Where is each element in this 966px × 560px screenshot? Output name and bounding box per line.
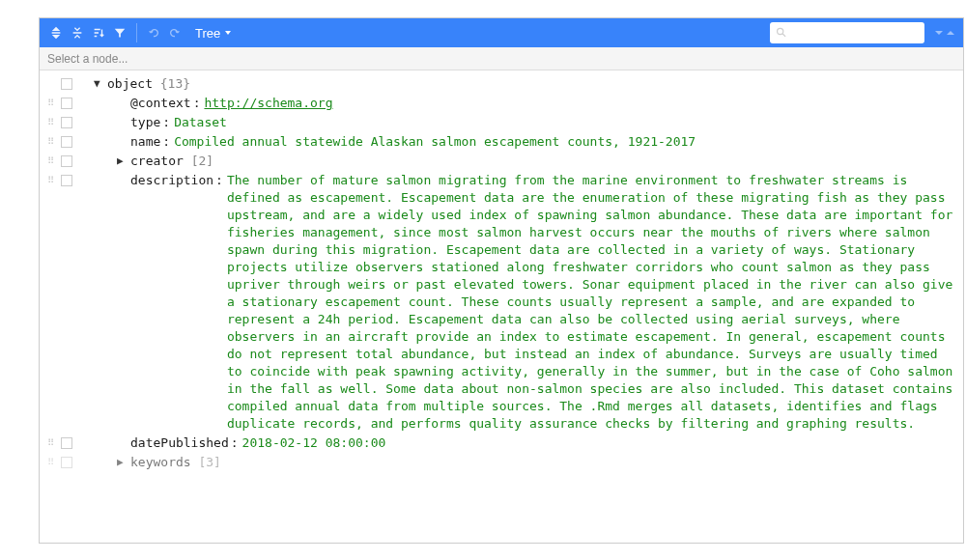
chevron-down-icon — [224, 29, 232, 37]
node-key[interactable]: @context — [130, 95, 191, 112]
context-menu-icon[interactable] — [61, 136, 72, 148]
node-key[interactable]: creator — [130, 153, 184, 170]
node-type[interactable]: ⠿ type : Dataset — [40, 113, 963, 132]
drag-handle[interactable]: ⠿ — [47, 454, 59, 471]
redo-icon[interactable] — [166, 24, 184, 42]
expand-toggle[interactable]: ▶ — [117, 454, 130, 471]
context-menu-icon[interactable] — [61, 437, 72, 449]
search-icon — [776, 26, 787, 40]
node-count: [2] — [191, 153, 213, 170]
search-next-icon[interactable] — [934, 28, 944, 38]
drag-handle[interactable]: ⠿ — [47, 172, 59, 189]
node-datepublished[interactable]: ⠿ datePublished : 2018-02-12 08:00:00 — [40, 434, 963, 453]
node-value-link[interactable]: http://schema.org — [204, 95, 332, 112]
node-key[interactable]: type — [130, 114, 160, 131]
node-context[interactable]: ⠿ @context : http://schema.org — [40, 94, 963, 113]
node-keywords[interactable]: ⠿ ▶ keywords [3] — [40, 453, 963, 472]
search-input[interactable] — [791, 26, 919, 40]
node-key[interactable]: name — [130, 133, 160, 151]
expand-toggle[interactable]: ▶ — [117, 153, 130, 170]
breadcrumb-placeholder: Select a node... — [47, 52, 128, 66]
sort-icon[interactable] — [90, 24, 107, 42]
node-key[interactable]: object — [107, 75, 153, 93]
node-value[interactable]: Dataset — [174, 114, 227, 131]
node-value[interactable]: Compiled annual statewide Alaskan salmon… — [174, 133, 696, 151]
svg-point-0 — [778, 28, 783, 34]
node-count: [3] — [198, 454, 220, 471]
node-key[interactable]: description — [130, 172, 213, 189]
collapse-toggle[interactable]: ▼ — [94, 75, 107, 93]
node-value[interactable]: 2018-02-12 08:00:00 — [242, 434, 386, 452]
node-description[interactable]: ⠿ description : The number of mature sal… — [40, 171, 963, 434]
drag-handle[interactable]: ⠿ — [47, 133, 59, 151]
drag-handle[interactable]: ⠿ — [47, 95, 59, 112]
node-key[interactable]: keywords — [130, 454, 191, 471]
divider — [136, 23, 137, 42]
drag-handle[interactable]: ⠿ — [47, 153, 59, 170]
mode-label: Tree — [195, 26, 220, 41]
context-menu-icon[interactable] — [61, 457, 72, 468]
context-menu-icon[interactable] — [61, 78, 72, 90]
breadcrumb-bar[interactable]: Select a node... — [40, 47, 963, 70]
context-menu-icon[interactable] — [61, 155, 72, 167]
node-creator[interactable]: ⠿ ▶ creator [2] — [40, 152, 963, 171]
node-count: {13} — [160, 75, 190, 93]
context-menu-icon[interactable] — [61, 98, 72, 109]
tree-area[interactable]: ▼ object {13} ⠿ @context : http://schema… — [40, 70, 963, 543]
toolbar: Tree — [40, 18, 963, 47]
search-box[interactable] — [770, 22, 924, 43]
node-key[interactable]: datePublished — [130, 434, 229, 452]
context-menu-icon[interactable] — [61, 117, 72, 128]
drag-handle[interactable]: ⠿ — [47, 434, 59, 452]
search-prev-icon[interactable] — [946, 28, 955, 38]
json-editor: Tree Select a node... ▼ object {13} ⠿ — [39, 17, 964, 544]
node-name[interactable]: ⠿ name : Compiled annual statewide Alask… — [40, 132, 963, 152]
mode-dropdown[interactable]: Tree — [195, 26, 232, 41]
node-root[interactable]: ▼ object {13} — [40, 74, 963, 94]
node-value[interactable]: The number of mature salmon migrating fr… — [227, 172, 955, 433]
filter-icon[interactable] — [111, 24, 128, 42]
drag-handle[interactable]: ⠿ — [47, 114, 59, 131]
expand-all-icon[interactable] — [47, 24, 65, 42]
undo-icon[interactable] — [145, 24, 162, 42]
collapse-all-icon[interactable] — [69, 24, 86, 42]
context-menu-icon[interactable] — [61, 175, 72, 186]
